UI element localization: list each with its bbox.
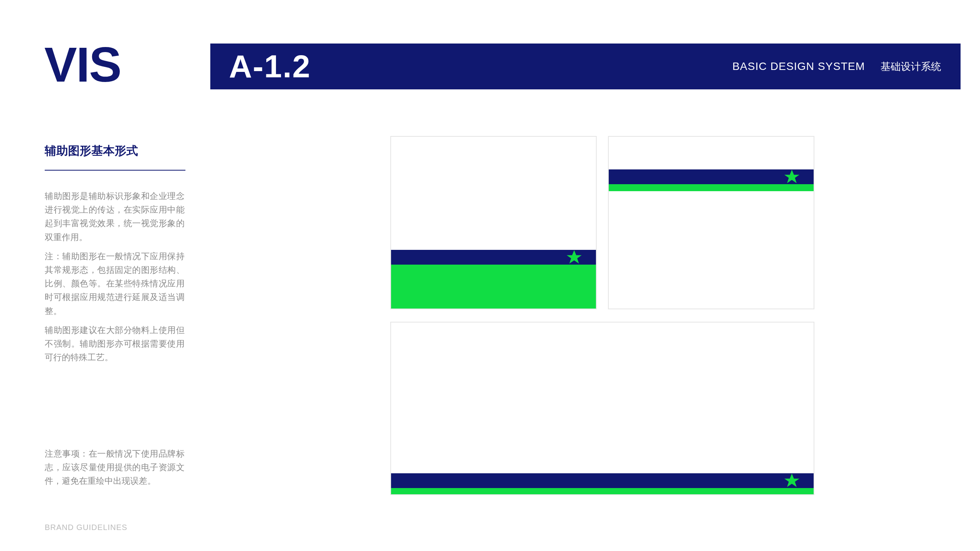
- vis-logo: VIS: [44, 40, 121, 89]
- green-stripe: [390, 488, 814, 495]
- svg-marker-0: [567, 250, 582, 263]
- dark-stripe: [390, 250, 597, 265]
- example-box-c: [390, 322, 814, 495]
- header-right: BASIC DESIGN SYSTEM 基础设计系统: [732, 60, 941, 73]
- notice-text: 注意事项：在一般情况下使用品牌标志，应该尽量使用提供的电子资源文件，避免在重绘中…: [45, 447, 185, 488]
- stripe-container: [390, 473, 814, 495]
- section-code: A-1.2: [229, 48, 311, 85]
- header-label-en: BASIC DESIGN SYSTEM: [732, 60, 865, 73]
- example-box-b: [608, 136, 814, 309]
- svg-marker-1: [784, 170, 800, 183]
- title-underline: [45, 170, 185, 171]
- header-bar: A-1.2 BASIC DESIGN SYSTEM 基础设计系统: [210, 44, 961, 89]
- footer-label: BRAND GUIDELINES: [45, 523, 128, 532]
- body-paragraph-1: 辅助图形是辅助标识形象和企业理念进行视觉上的传达，在实际应用中能起到丰富视觉效果…: [45, 189, 185, 244]
- sidebar: 辅助图形基本形式 辅助图形是辅助标识形象和企业理念进行视觉上的传达，在实际应用中…: [45, 143, 185, 370]
- section-title: 辅助图形基本形式: [45, 143, 185, 159]
- example-box-a: [390, 136, 597, 309]
- star-icon: [783, 168, 800, 185]
- star-icon: [566, 249, 583, 266]
- stripe-container: [390, 250, 597, 309]
- svg-marker-2: [784, 474, 800, 487]
- notice-block: 注意事项：在一般情况下使用品牌标志，应该尽量使用提供的电子资源文件，避免在重绘中…: [45, 447, 185, 493]
- dark-stripe: [608, 169, 814, 184]
- header-label-cn: 基础设计系统: [880, 60, 941, 73]
- star-icon: [783, 472, 800, 489]
- body-paragraph-3: 辅助图形建议在大部分物料上使用但不强制。辅助图形亦可根据需要使用可行的特殊工艺。: [45, 323, 185, 364]
- dark-stripe: [390, 473, 814, 488]
- stripe-container: [608, 169, 814, 191]
- body-paragraph-2: 注：辅助图形在一般情况下应用保持其常规形态，包括固定的图形结构、比例、颜色等。在…: [45, 249, 185, 318]
- page-root: VIS A-1.2 BASIC DESIGN SYSTEM 基础设计系统 辅助图…: [0, 0, 980, 551]
- green-stripe: [390, 265, 597, 309]
